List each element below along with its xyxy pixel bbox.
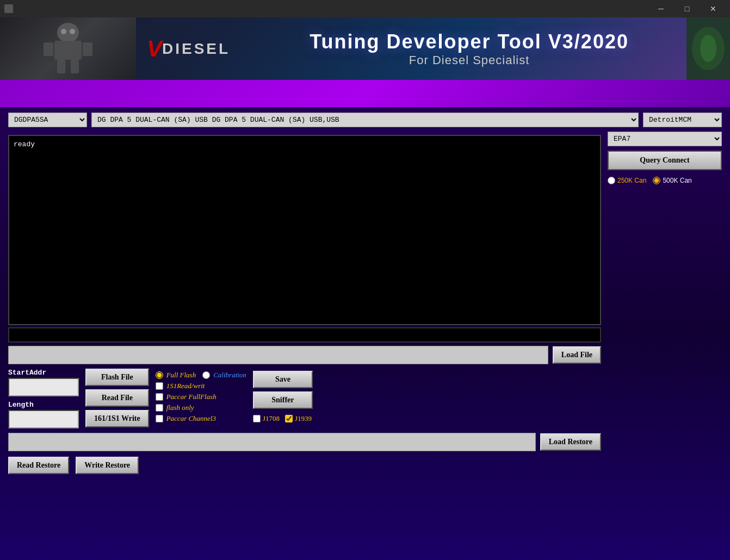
svg-rect-1 (54, 41, 82, 60)
svg-rect-5 (71, 60, 79, 73)
full-flash-option: Full Flash Calibration (156, 371, 246, 379)
can-250-text: 250K Can (617, 177, 646, 184)
start-addr-group: StartAddr (8, 369, 79, 396)
epa-select[interactable]: EPA7 (608, 132, 722, 146)
length-label: Length (8, 401, 79, 409)
start-addr-input[interactable] (8, 378, 79, 396)
purple-stripe (0, 80, 730, 107)
title-bar: ─ □ ✕ (0, 0, 730, 17)
length-group: Length (8, 401, 79, 428)
paccar-fullflash-option: Paccar FullFlash (156, 393, 246, 401)
controls-row: StartAddr Length Flash File Read File 16… (8, 369, 601, 428)
title-bar-left (4, 4, 17, 13)
start-addr-label: StartAddr (8, 369, 79, 377)
read-file-button[interactable]: Read File (85, 389, 149, 407)
progress-bar (8, 327, 601, 343)
can-500-text: 500K Can (663, 177, 691, 184)
svg-rect-2 (44, 42, 53, 56)
length-input[interactable] (8, 410, 79, 428)
can-500-radio[interactable] (653, 177, 660, 184)
write-restore-button[interactable]: Write Restore (76, 457, 139, 474)
device-select[interactable]: DGDPA5SA (8, 113, 87, 127)
svg-point-7 (70, 29, 75, 34)
can-250-label: 250K Can (608, 177, 646, 184)
sniffer-button[interactable]: Sniffer (253, 391, 313, 409)
toolbar-row: DGDPA5SA DG DPA 5 DUAL-CAN (SA) USB DG D… (8, 113, 722, 127)
brand-select[interactable]: DetroitMCM (643, 113, 722, 127)
write-button[interactable]: 161/1S1 Write (85, 410, 149, 427)
restore-input[interactable] (8, 433, 536, 451)
svg-point-10 (700, 35, 716, 62)
is1-checkbox[interactable] (156, 382, 163, 390)
console-text: ready (14, 140, 35, 148)
diesel-text: DIESEL (162, 40, 230, 58)
console-area: ready (8, 135, 601, 325)
full-flash-radio[interactable] (156, 371, 163, 379)
file-path-input[interactable] (8, 346, 548, 364)
header-right: Tuning Developer Tool V3/2020 For Diesel… (241, 30, 730, 67)
save-button[interactable]: Save (253, 371, 313, 388)
main-content: DGDPA5SA DG DPA 5 DUAL-CAN (SA) USB DG D… (0, 107, 730, 560)
can-options: 250K Can 500K Can (608, 177, 722, 184)
read-restore-button[interactable]: Read Restore (8, 457, 69, 474)
paccar-channels-label: Paccar Channel3 (166, 414, 216, 423)
j1708-text: J1708 (263, 414, 280, 423)
flash-only-checkbox[interactable] (156, 404, 163, 412)
addr-panel: StartAddr Length (8, 369, 79, 428)
is1-label: 1S1Read/writ (166, 382, 205, 390)
paccar-channels-option: Paccar Channel3 (156, 414, 246, 423)
j1939-text: J1939 (295, 414, 312, 423)
protocol-select[interactable]: DG DPA 5 DUAL-CAN (SA) USB DG DPA 5 DUAL… (91, 113, 639, 127)
action-panel: Save Sniffer J1708 J1939 (253, 369, 313, 423)
j-checks: J1708 J1939 (253, 414, 313, 423)
j1939-label: J1939 (285, 414, 312, 423)
file-input-row: Load File (8, 346, 601, 364)
can-250-radio[interactable] (608, 177, 615, 184)
can-500-label: 500K Can (653, 177, 691, 184)
full-flash-label: Full Flash (166, 371, 196, 379)
calibration-label: Calibration (213, 371, 246, 379)
minimize-button[interactable]: ─ (648, 0, 673, 17)
sub-title: For Diesel Specialist (409, 53, 530, 67)
paccar-fullflash-checkbox[interactable] (156, 393, 163, 401)
right-panel: EPA7 Query Connect 250K Can 500K Can (608, 132, 722, 184)
load-restore-button[interactable]: Load Restore (540, 433, 601, 451)
flash-only-label: flash only (166, 403, 194, 412)
svg-rect-3 (83, 42, 92, 56)
maximize-button[interactable]: □ (675, 0, 700, 17)
bottom-buttons: Read Restore Write Restore (8, 457, 601, 474)
j1708-checkbox[interactable] (253, 415, 261, 422)
paccar-fullflash-label: Paccar FullFlash (166, 393, 216, 401)
app-icon (4, 4, 13, 13)
v-letter: V (147, 36, 162, 62)
restore-row: Load Restore (8, 433, 601, 451)
flash-buttons: Flash File Read File 161/1S1 Write (85, 369, 149, 427)
load-file-button[interactable]: Load File (553, 346, 601, 364)
main-title: Tuning Developer Tool V3/2020 (310, 30, 629, 53)
j1939-checkbox[interactable] (285, 415, 293, 422)
calibration-radio[interactable] (202, 371, 210, 379)
paccar-channels-checkbox[interactable] (156, 415, 163, 422)
header-logo-area (0, 17, 136, 80)
header-banner: V DIESEL Tuning Developer Tool V3/2020 F… (0, 17, 730, 80)
flash-file-button[interactable]: Flash File (85, 369, 149, 386)
title-bar-controls: ─ □ ✕ (648, 0, 726, 17)
is1-option: 1S1Read/writ (156, 382, 246, 390)
flash-only-option: flash only (156, 403, 246, 412)
svg-point-6 (61, 29, 66, 34)
svg-point-0 (57, 23, 79, 42)
j1708-label: J1708 (253, 414, 280, 423)
svg-rect-4 (57, 60, 65, 73)
v-diesel-logo: V DIESEL (136, 36, 241, 62)
query-connect-button[interactable]: Query Connect (608, 151, 722, 170)
options-panel: Full Flash Calibration 1S1Read/writ Pacc… (156, 369, 246, 423)
close-button[interactable]: ✕ (701, 0, 726, 17)
